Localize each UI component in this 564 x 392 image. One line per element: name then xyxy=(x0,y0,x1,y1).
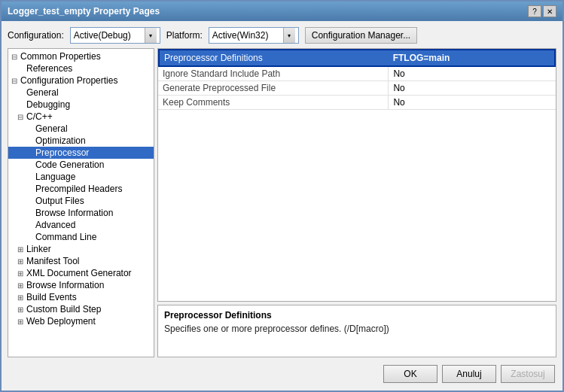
tree-item-command-line[interactable]: Command Line xyxy=(8,231,154,243)
config-label: Configuration: xyxy=(8,30,64,41)
tree-item-browse-information[interactable]: Browse Information xyxy=(8,207,154,219)
close-button[interactable]: ✕ xyxy=(543,5,556,17)
description-panel: Preprocessor Definitions Specifies one o… xyxy=(157,305,556,357)
prop-value: No xyxy=(389,81,556,95)
prop-label: Ignore Standard Include Path xyxy=(158,67,389,81)
main-window: Logger_test_empty Property Pages ? ✕ Con… xyxy=(0,0,564,392)
selected-prop-label: Preprocessor Definitions xyxy=(160,50,389,65)
title-bar: Logger_test_empty Property Pages ? ✕ xyxy=(2,2,562,21)
tree-item-advanced[interactable]: Advanced xyxy=(8,219,154,231)
table-row[interactable]: Keep Comments No xyxy=(158,96,556,110)
prop-label: Generate Preprocessed File xyxy=(158,81,389,95)
config-dropdown-value: Active(Debug) xyxy=(74,30,145,41)
selected-property-row[interactable]: Preprocessor Definitions FTLOG=main xyxy=(158,49,556,67)
tree-item-label: Web Deployment xyxy=(26,316,96,327)
prop-value: No xyxy=(389,96,556,109)
expand-icon: ⊞ xyxy=(17,281,26,290)
platform-dropdown-value: Active(Win32) xyxy=(212,30,283,41)
tree-item-cpp[interactable]: ⊟C/C++ xyxy=(8,111,154,123)
tree-item-label: Advanced xyxy=(35,220,75,230)
platform-label: Platform: xyxy=(166,30,203,41)
tree-item-language[interactable]: Language xyxy=(8,171,154,183)
tree-item-build-events[interactable]: ⊞Build Events xyxy=(8,291,154,303)
tree-item-label: References xyxy=(26,63,72,74)
tree-item-linker[interactable]: ⊞Linker xyxy=(8,243,154,255)
tree-item-label: Command Line xyxy=(35,232,96,242)
expand-icon: ⊞ xyxy=(17,293,26,302)
tree-item-label: Manifest Tool xyxy=(26,256,79,266)
platform-dropdown[interactable]: Active(Win32) ▾ xyxy=(209,27,299,44)
config-dropdown[interactable]: Active(Debug) ▾ xyxy=(70,27,160,44)
tree-item-xml-doc-gen[interactable]: ⊞XML Document Generator xyxy=(8,267,154,279)
expand-icon: ⊞ xyxy=(17,257,26,266)
tree-item-label: Configuration Properties xyxy=(20,75,117,86)
description-text: Specifies one or more preprocessor defin… xyxy=(164,324,550,334)
description-title: Preprocessor Definitions xyxy=(164,310,550,321)
tree-item-label: Code Generation xyxy=(35,160,104,170)
tree-item-label: Debugging xyxy=(26,99,70,110)
tree-item-custom-build[interactable]: ⊞Custom Build Step xyxy=(8,303,154,315)
table-row[interactable]: Ignore Standard Include Path No xyxy=(158,67,556,81)
config-manager-button[interactable]: Configuration Manager... xyxy=(305,27,417,44)
tree-item-label: Precompiled Headers xyxy=(35,184,122,194)
expand-icon: ⊟ xyxy=(11,77,20,85)
tree-item-config-props[interactable]: ⊟Configuration Properties xyxy=(8,74,154,87)
tree-item-label: Custom Build Step xyxy=(26,304,101,315)
tree-item-web-deploy[interactable]: ⊞Web Deployment xyxy=(8,315,154,327)
tree-item-code-generation[interactable]: Code Generation xyxy=(8,159,154,171)
title-bar-buttons: ? ✕ xyxy=(528,5,556,17)
tree-item-general[interactable]: General xyxy=(8,87,154,99)
table-row[interactable]: Generate Preprocessed File No xyxy=(158,81,556,96)
tree-item-label: XML Document Generator xyxy=(26,268,132,278)
tree-item-browse-info[interactable]: ⊞Browse Information xyxy=(8,279,154,291)
tree-item-debugging[interactable]: Debugging xyxy=(8,99,154,111)
tree-item-common-props[interactable]: ⊟Common Properties xyxy=(8,50,154,62)
tree-item-label: Browse Information xyxy=(35,208,113,218)
selected-prop-value: FTLOG=main xyxy=(389,50,554,65)
expand-icon: ⊞ xyxy=(17,318,26,326)
tree-item-label: Browse Information xyxy=(26,280,104,290)
tree-item-label: Common Properties xyxy=(20,51,101,62)
tree-item-label: General xyxy=(35,123,68,134)
expand-icon: ⊟ xyxy=(11,53,20,61)
help-button[interactable]: ? xyxy=(528,5,541,17)
tree-item-label: General xyxy=(26,87,59,98)
tree-item-label: Output Files xyxy=(35,196,84,206)
tree-item-output-files[interactable]: Output Files xyxy=(8,195,154,207)
expand-icon: ⊞ xyxy=(17,305,26,314)
tree-item-manifest-tool[interactable]: ⊞Manifest Tool xyxy=(8,255,154,267)
expand-icon: ⊞ xyxy=(17,269,26,278)
right-panel: Preprocessor Definitions FTLOG=main Igno… xyxy=(157,48,556,357)
tree-item-references[interactable]: References xyxy=(8,62,154,74)
tree-panel[interactable]: ⊟Common PropertiesReferences⊟Configurati… xyxy=(8,48,154,357)
tree-item-preprocessor[interactable]: Preprocessor xyxy=(8,147,154,159)
expand-icon: ⊟ xyxy=(17,113,26,121)
tree-item-label: C/C++ xyxy=(26,111,53,122)
footer-buttons: OK Anuluj Zastosuj xyxy=(8,362,556,384)
tree-item-optimization[interactable]: Optimization xyxy=(8,135,154,147)
apply-button[interactable]: Zastosuj xyxy=(501,365,555,383)
config-dropdown-arrow[interactable]: ▾ xyxy=(145,28,157,43)
window-title: Logger_test_empty Property Pages xyxy=(8,6,160,17)
prop-value: No xyxy=(389,67,556,81)
dialog-body: Configuration: Active(Debug) ▾ Platform:… xyxy=(2,21,562,390)
ok-button[interactable]: OK xyxy=(383,365,437,383)
tree-item-cpp-general[interactable]: General xyxy=(8,123,154,135)
tree-item-label: Linker xyxy=(26,244,51,254)
properties-table: Preprocessor Definitions FTLOG=main Igno… xyxy=(157,48,556,302)
config-row: Configuration: Active(Debug) ▾ Platform:… xyxy=(8,27,556,44)
tree-item-precompiled-headers[interactable]: Precompiled Headers xyxy=(8,183,154,195)
tree-item-label: Preprocessor xyxy=(35,147,89,158)
main-content: ⊟Common PropertiesReferences⊟Configurati… xyxy=(8,48,556,357)
cancel-button[interactable]: Anuluj xyxy=(442,365,496,383)
tree-item-label: Optimization xyxy=(35,135,86,146)
prop-label: Keep Comments xyxy=(158,96,389,109)
tree-item-label: Build Events xyxy=(26,292,77,302)
expand-icon: ⊞ xyxy=(17,245,26,254)
tree-item-label: Language xyxy=(35,172,75,182)
platform-dropdown-arrow[interactable]: ▾ xyxy=(283,28,295,43)
